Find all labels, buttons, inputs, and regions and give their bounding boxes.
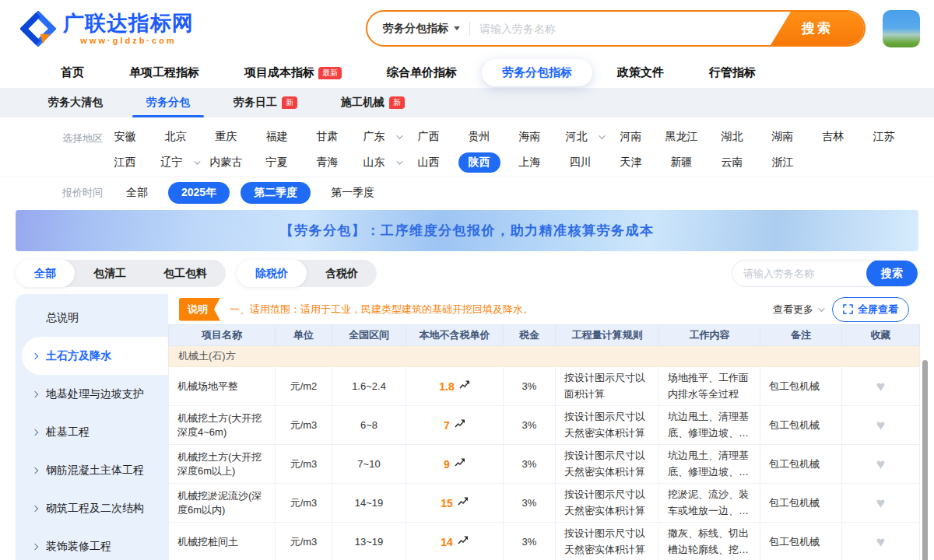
sub-nav-item-3[interactable]: 施工机械新 xyxy=(319,88,427,117)
region-option[interactable]: 新疆 xyxy=(656,149,707,175)
cell-content: 挖淤泥、流沙、装车或堆放一边、移动... xyxy=(659,484,760,523)
sub-nav-item-1[interactable]: 劳务分包 xyxy=(125,88,212,117)
sub-nav-item-0[interactable]: 劳务大清包 xyxy=(26,88,125,117)
search-category-dropdown[interactable]: 劳务分包指标 xyxy=(367,22,469,36)
column-header-3: 本地不含税单价 xyxy=(406,325,504,346)
filter-bar: 全部包清工包工包料 除税价含税价 搜索 xyxy=(0,256,934,294)
region-option[interactable]: 河北 xyxy=(555,124,606,149)
scope-option-0[interactable]: 全部 xyxy=(16,260,75,287)
scope-option-1[interactable]: 包清工 xyxy=(75,260,145,287)
user-avatar[interactable] xyxy=(883,10,920,47)
price-value: 1.8 xyxy=(439,380,454,393)
main-nav-item-6[interactable]: 行管指标 xyxy=(709,65,756,80)
cell-favorite: ♥ xyxy=(842,523,920,560)
time-option-0[interactable]: 全部 xyxy=(117,182,157,204)
column-header-5: 工程量计算规则 xyxy=(556,325,659,346)
main-nav-item-5[interactable]: 政策文件 xyxy=(617,65,664,80)
sidebar-item-0[interactable]: 总说明 xyxy=(16,299,168,337)
sidebar-item-5[interactable]: 砌筑工程及二次结构 xyxy=(16,489,168,527)
region-option[interactable]: 北京 xyxy=(150,124,201,149)
region-option[interactable]: 贵州 xyxy=(454,124,504,149)
tax-option-1[interactable]: 含税价 xyxy=(307,260,377,287)
sub-nav-item-2[interactable]: 劳务日工新 xyxy=(212,88,319,117)
region-option-selected[interactable]: 陕西 xyxy=(454,149,504,175)
region-option[interactable]: 四川 xyxy=(555,149,606,175)
rule-text: 按设计图示尺寸以天然密实体积计算 xyxy=(564,409,650,440)
region-option[interactable]: 吉林 xyxy=(808,124,859,149)
time-option-1[interactable]: 2025年 xyxy=(168,182,230,204)
favorite-heart-icon[interactable]: ♥ xyxy=(876,417,885,434)
sidebar-item-6[interactable]: 装饰装修工程 xyxy=(16,527,168,560)
main-nav-item-1[interactable]: 单项工程指标 xyxy=(129,65,199,80)
sidebar-item-2[interactable]: 地基处理与边坡支护 xyxy=(16,375,168,413)
favorite-heart-icon[interactable]: ♥ xyxy=(876,456,885,473)
sidebar-item-4[interactable]: 钢筋混凝土主体工程 xyxy=(16,451,168,489)
cell-note: 包工包机械 xyxy=(760,523,842,560)
favorite-heart-icon[interactable]: ♥ xyxy=(876,378,885,395)
region-option[interactable]: 宁夏 xyxy=(251,149,302,175)
region-option-label: 宁夏 xyxy=(258,152,296,173)
region-option[interactable]: 青海 xyxy=(302,149,353,175)
region-option-label: 湖南 xyxy=(764,127,802,147)
region-option[interactable]: 山西 xyxy=(403,149,454,175)
region-option[interactable]: 重庆 xyxy=(201,124,251,149)
trend-up-icon xyxy=(459,380,470,390)
cell-tax: 3% xyxy=(504,523,556,560)
trend-up-icon xyxy=(455,419,465,429)
region-option[interactable]: 内蒙古 xyxy=(201,149,251,175)
column-header-6: 工作内容 xyxy=(659,325,760,346)
region-option[interactable]: 江苏 xyxy=(859,124,909,149)
tax-option-0[interactable]: 除税价 xyxy=(237,260,307,287)
table-scrollbar[interactable] xyxy=(922,360,928,560)
search-input[interactable] xyxy=(470,23,771,35)
region-option[interactable]: 浙江 xyxy=(757,149,808,175)
region-option[interactable]: 上海 xyxy=(504,149,555,175)
region-option[interactable]: 海南 xyxy=(504,124,555,149)
region-option[interactable]: 安徽 xyxy=(100,124,150,149)
main-nav-item-0[interactable]: 首页 xyxy=(61,65,84,80)
fullscreen-icon xyxy=(843,304,853,314)
column-header-2: 全国区间 xyxy=(332,325,406,346)
sidebar-item-1[interactable]: 土石方及降水 xyxy=(22,337,168,375)
region-row-1: 安徽北京重庆福建甘肃广东广西贵州海南河北河南黑龙江湖北湖南吉林江苏 xyxy=(100,124,934,149)
main-nav-item-4[interactable]: 劳务分包指标 xyxy=(482,59,592,86)
region-option[interactable]: 河南 xyxy=(606,124,656,149)
region-option[interactable]: 辽宁 xyxy=(150,149,201,175)
logo-icon xyxy=(20,11,56,47)
favorite-heart-icon[interactable]: ♥ xyxy=(876,495,885,512)
content-text: 挖淤泥、流沙、装车或堆放一边、移动... xyxy=(668,487,751,518)
main-nav-item-2[interactable]: 项目成本指标最新 xyxy=(244,65,342,80)
main-nav-item-3[interactable]: 综合单价指标 xyxy=(387,65,457,80)
cell-price: 15 xyxy=(406,484,504,523)
region-option[interactable]: 甘肃 xyxy=(302,124,353,149)
cell-unit: 元/m3 xyxy=(276,406,332,445)
site-logo[interactable]: 广联达指标网 www·gldzb·com xyxy=(20,11,194,47)
region-option[interactable]: 湖北 xyxy=(707,124,757,149)
cell-range: 13~19 xyxy=(332,523,406,560)
region-option-label: 辽宁 xyxy=(153,152,191,173)
region-option[interactable]: 黑龙江 xyxy=(656,124,707,149)
chevron-right-icon xyxy=(32,429,38,435)
region-option[interactable]: 福建 xyxy=(251,124,302,149)
favorite-heart-icon[interactable]: ♥ xyxy=(876,534,885,551)
region-option[interactable]: 广东 xyxy=(353,124,403,149)
region-option[interactable]: 湖南 xyxy=(757,124,808,149)
time-option-3[interactable]: 第一季度 xyxy=(321,182,384,204)
region-option-label: 江苏 xyxy=(866,127,903,147)
region-option[interactable]: 广西 xyxy=(403,124,454,149)
table-search-input[interactable] xyxy=(732,268,866,279)
region-option[interactable]: 山东 xyxy=(353,149,403,175)
sidebar-item-3[interactable]: 桩基工程 xyxy=(16,413,168,451)
table-search-button[interactable]: 搜索 xyxy=(866,260,918,287)
region-option[interactable]: 江西 xyxy=(100,149,150,175)
time-option-2[interactable]: 第二季度 xyxy=(241,182,311,204)
cell-content: 撒灰、标线、切出槽边轮廓线、挖间土... xyxy=(659,523,760,560)
search-button[interactable]: 搜索 xyxy=(771,12,864,45)
region-option[interactable]: 云南 xyxy=(707,149,757,175)
view-more-button[interactable]: 查看更多 xyxy=(773,303,823,317)
fullscreen-label: 全屏查看 xyxy=(858,303,898,317)
fullscreen-button[interactable]: 全屏查看 xyxy=(832,297,909,322)
scope-option-2[interactable]: 包工包料 xyxy=(145,260,226,287)
region-option[interactable]: 天津 xyxy=(606,149,656,175)
region-filter: 选择地区 安徽北京重庆福建甘肃广东广西贵州海南河北河南黑龙江湖北湖南吉林江苏 江… xyxy=(0,117,934,177)
